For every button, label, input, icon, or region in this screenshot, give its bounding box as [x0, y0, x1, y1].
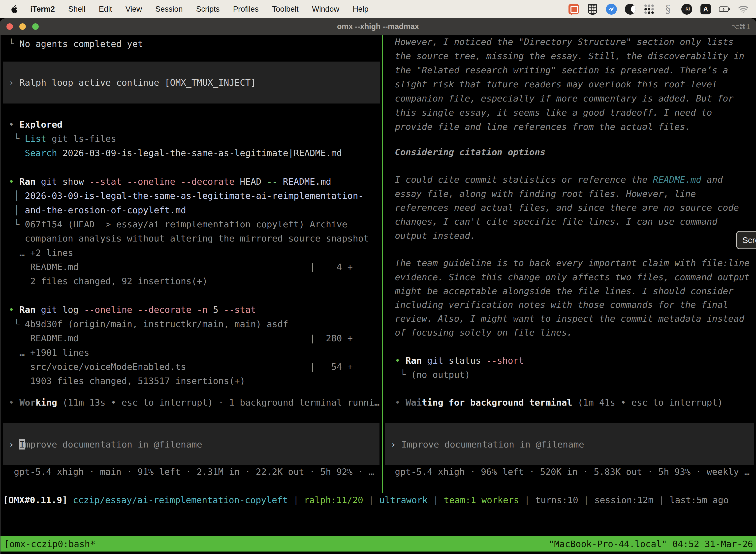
- title-bar[interactable]: omx --xhigh --madmax ⌥⌘1: [0, 18, 756, 35]
- terminal-line: the "Related research writing" section i…: [395, 63, 728, 77]
- menu-item-view[interactable]: View: [126, 5, 142, 14]
- terminal-line: └ No agents completed yet: [9, 37, 143, 51]
- terminal-line: └ 067f154 (HEAD -> essay/ai-reimplementa…: [9, 217, 347, 231]
- crescent-icon[interactable]: [625, 3, 636, 15]
- terminal-line: might be acceptable alongside the file l…: [395, 284, 734, 298]
- left-prompt-input[interactable]: › Improve documentation in @filename: [3, 423, 379, 465]
- terminal-line: provide file and line references from th…: [395, 120, 691, 134]
- window-title: omx --xhigh --madmax: [337, 22, 419, 31]
- terminal-line: │ 2026-03-09-is-legal-the-same-as-legiti…: [9, 189, 363, 203]
- dots-grid-icon[interactable]: [643, 3, 655, 15]
- terminal-line: › Improve documentation in @filename: [391, 437, 584, 451]
- menu-item-window[interactable]: Window: [312, 5, 339, 14]
- terminal-line: companion analysis without altering the …: [9, 231, 369, 245]
- menu-item-shell[interactable]: Shell: [68, 5, 85, 14]
- terminal-line: Search 2026-03-09-is-legal-the-same-as-l…: [9, 146, 342, 160]
- close-button[interactable]: [6, 23, 13, 30]
- terminal-line: 2 files changed, 92 insertions(+): [9, 274, 208, 288]
- traffic-lights: [6, 23, 39, 30]
- terminal-line: 1903 files changed, 513517 insertions(+): [9, 374, 245, 388]
- terminal-line: slight risk that future readers may over…: [395, 77, 717, 91]
- input-source-a-icon[interactable]: A: [700, 3, 711, 15]
- terminal-line: │ and-the-erosion-of-copyleft.md: [9, 203, 186, 217]
- terminal-line: changes, I can't cite specific file line…: [395, 214, 717, 229]
- menu-item-help[interactable]: Help: [353, 5, 369, 14]
- terminal-line: However, I noticed the "Directory Struct…: [395, 35, 734, 49]
- terminal-line: of focusing solely on file lines.: [395, 325, 572, 340]
- terminal-line: Considering citation options: [395, 145, 546, 159]
- terminal-line: › Ralph loop active continue [OMX_TMUX_I…: [9, 75, 256, 90]
- terminal-line: evidence. Since this change only affects…: [395, 270, 750, 284]
- blue-badge-icon[interactable]: [606, 3, 617, 15]
- terminal-line: I could cite commit statistics or refere…: [395, 172, 723, 187]
- tmux-host-clock-label: "MacBook-Pro-44.local" 04:52 31-Mar-26: [549, 539, 753, 549]
- terminal-line: the source tree, missing the essay. Stil…: [395, 49, 744, 63]
- menu-item-session[interactable]: Session: [155, 5, 183, 14]
- terminal-line: src/voice/voiceModeEnabled.ts | 54 +: [9, 359, 353, 374]
- menu-status-icons: § ..61 A: [568, 3, 749, 15]
- terminal-content: └ No agents completed yet• Explored └ Li…: [0, 35, 756, 554]
- menu-item-iterm2[interactable]: iTerm2: [30, 5, 55, 14]
- apple-menu-icon[interactable]: [10, 4, 19, 14]
- menu-item-toolbelt[interactable]: Toolbelt: [272, 5, 299, 14]
- terminal-line: … +2 lines: [9, 246, 73, 260]
- battery-charging-icon[interactable]: [719, 3, 730, 15]
- terminal-line: • Waiting for background terminal (1m 41…: [395, 395, 723, 409]
- terminal-line: references need actual files, and since …: [395, 201, 739, 215]
- terminal-line: The team guideline is to back every impo…: [395, 256, 750, 270]
- menu-item-edit[interactable]: Edit: [99, 5, 112, 14]
- terminal-line: companion file, especially if more comme…: [395, 91, 734, 106]
- terminal-line: README.md | 4 +: [9, 260, 353, 274]
- screen-share-overlay-label: Scre: [742, 235, 756, 245]
- terminal-line: • Ran git show --stat --oneline --decora…: [9, 174, 331, 189]
- minimize-button[interactable]: [19, 23, 26, 30]
- terminal-line: └ List git ls-files: [9, 131, 116, 146]
- window-shortcut-badge: ⌥⌘1: [731, 22, 750, 31]
- terminal-window: omx --xhigh --madmax ⌥⌘1 └ No agents com…: [0, 18, 756, 554]
- terminal-line: this single essay, it seems like a good …: [395, 106, 712, 120]
- terminal-line: gpt-5.4 xhigh · 96% left · 520K in · 5.8…: [395, 465, 750, 479]
- terminal-line: including verification notes with those …: [395, 297, 728, 312]
- menu-item-profiles[interactable]: Profiles: [233, 5, 258, 14]
- terminal-line: └ (no output): [395, 368, 470, 382]
- terminal-line: gpt-5.4 xhigh · main · 91% left · 2.31M …: [14, 465, 374, 479]
- terminal-line: › Improve documentation in @filename: [9, 437, 202, 451]
- terminal-line: review. Also, I might want to inspect th…: [395, 312, 744, 326]
- shield-grid-icon[interactable]: [587, 3, 598, 15]
- tmux-status-bar: [omx-cczip0:bash* "MacBook-Pro-44.local"…: [0, 536, 756, 552]
- right-prompt-input[interactable]: › Improve documentation in @filename: [385, 423, 754, 465]
- terminal-line: └ 4b9d30f (origin/main, instructkr/main,…: [9, 317, 288, 331]
- orange-chat-icon[interactable]: [568, 3, 579, 15]
- squiggle-icon[interactable]: §: [662, 3, 674, 15]
- terminal-line: • Explored: [9, 117, 63, 131]
- terminal-line: essay file, along with finding root file…: [395, 187, 696, 201]
- wifi-icon[interactable]: [738, 3, 749, 15]
- tmux-session-label: [omx-cczip0:bash*: [4, 539, 95, 549]
- badge-61-icon[interactable]: ..61: [681, 3, 693, 15]
- terminal-line: … +1901 lines: [9, 345, 89, 359]
- menu-bar: iTerm2 Shell Edit View Session Scripts P…: [0, 0, 756, 18]
- terminal-line: README.md | 280 +: [9, 331, 353, 345]
- terminal-line: • Ran git status --short: [395, 353, 524, 368]
- zoom-button[interactable]: [32, 23, 39, 30]
- terminal-line: • Working (11m 13s • esc to interrupt) ·…: [9, 395, 380, 409]
- pane-divider[interactable]: [382, 35, 383, 493]
- menu-item-scripts[interactable]: Scripts: [196, 5, 220, 14]
- queued-message-box: › Ralph loop active continue [OMX_TMUX_I…: [3, 62, 380, 104]
- screen-share-overlay-button[interactable]: Scre: [736, 231, 756, 249]
- terminal-line: • Ran git log --oneline --decorate -n 5 …: [9, 302, 256, 317]
- terminal-line: output instead.: [395, 229, 476, 243]
